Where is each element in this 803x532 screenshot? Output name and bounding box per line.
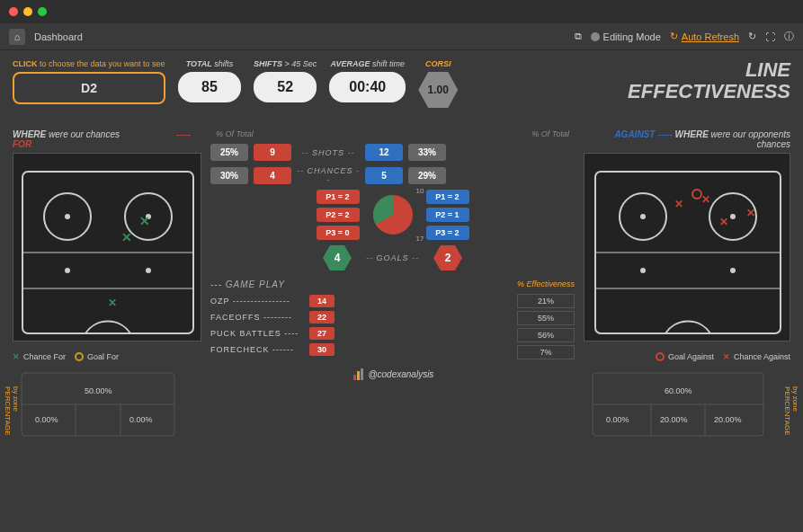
goals-against: 2 [433, 245, 462, 270]
dashboard-main: CLICK to choose the data you want to see… [0, 50, 803, 532]
chances-for-val: 4 [254, 167, 291, 184]
page-name: Dashboard [34, 31, 83, 42]
svg-text:60.00%: 60.00% [665, 386, 692, 395]
circle-icon [656, 352, 665, 361]
chances-for-pct: 30% [210, 167, 248, 184]
avg-shift-stat: AVERAGE shift time 00:40 [329, 59, 406, 102]
svg-text:0.00%: 0.00% [129, 415, 153, 424]
top-stats-row: CLICK to choose the data you want to see… [13, 59, 790, 122]
against-zone-chart: 60.00% 0.00% 20.00% 20.00% [584, 368, 772, 440]
svg-point-8 [146, 268, 151, 273]
against-periods: P1 = 2 P2 = 1 P3 = 2 [426, 190, 469, 240]
avg-shift-value: 00:40 [329, 72, 406, 102]
gp-row: FORECHECK ------30 [210, 343, 508, 356]
corsi-stat: CORSI 1.00 [418, 59, 458, 108]
goals-for: 4 [323, 245, 352, 270]
period-box: P3 = 0 [317, 226, 360, 240]
page-title: LINE EFFECTIVENESS [628, 59, 790, 102]
svg-text:✕: ✕ [746, 207, 755, 219]
effectiveness-value: 55% [517, 311, 575, 325]
long-shifts-stat: SHIFTS > 45 Sec 52 [254, 59, 317, 102]
for-zone-chart: 50.00% 0.00% 0.00% [13, 368, 183, 440]
period-box: P2 = 2 [317, 208, 360, 222]
period-box: P3 = 2 [426, 226, 469, 240]
against-legend: Goal Against ✕Chance Against [584, 352, 790, 361]
svg-text:50.00%: 50.00% [85, 386, 112, 395]
total-shifts-value: 85 [178, 72, 241, 102]
goal-against-label: Goal Against [668, 352, 714, 361]
svg-point-4 [65, 214, 70, 219]
svg-text:0.00%: 0.00% [606, 415, 629, 424]
svg-point-36 [692, 190, 701, 199]
expand-icon[interactable]: ⛶ [765, 31, 775, 42]
shots-row: 25% 9 -- SHOTS -- 12 33% [210, 144, 575, 161]
shots-for-pct: 25% [210, 144, 248, 161]
x-icon: ✕ [723, 352, 730, 361]
data-select-input[interactable]: D2 [13, 72, 165, 104]
period-box: P2 = 1 [426, 208, 469, 222]
window-titlebar [0, 0, 803, 23]
svg-rect-20 [353, 375, 356, 380]
period-box: P1 = 2 [317, 190, 360, 204]
app-header: ⌂ Dashboard ⧉ Editing Mode ↻ Auto Refres… [0, 23, 803, 50]
periods-section: P1 = 2 P2 = 2 P3 = 0 10 17 P1 = 2 P2 = 1… [210, 190, 575, 240]
gameplay-title: --- GAME PLAY [210, 279, 508, 289]
shots-against-pct: 33% [408, 144, 446, 161]
goals-row: 4 -- GOALS -- 2 [210, 245, 575, 270]
against-header: AGAINST ----- WHERE were our opponents c… [584, 129, 790, 149]
logo-icon [352, 368, 366, 382]
chances-against-pct: 29% [408, 167, 446, 184]
help-icon[interactable]: ⓘ [784, 30, 794, 43]
editing-mode-toggle[interactable]: Editing Mode [591, 31, 661, 42]
for-periods: P1 = 2 P2 = 2 P3 = 0 [317, 190, 360, 240]
goal-for-label: Goal For [87, 352, 119, 361]
svg-text:✕: ✕ [139, 214, 150, 228]
gp-row: PUCK BATTLES ----27 [210, 327, 508, 340]
gp-row: OZP ----------------14 [210, 295, 508, 307]
duplicate-icon[interactable]: ⧉ [575, 31, 582, 42]
shots-against-val: 12 [365, 144, 403, 161]
gameplay-section: --- GAME PLAY OZP ----------------14 FAC… [210, 279, 575, 362]
svg-point-31 [730, 268, 736, 273]
svg-text:20.00%: 20.00% [714, 415, 742, 424]
effectiveness-value: 21% [517, 294, 575, 308]
pie-label-top: 10 [416, 187, 424, 195]
for-legend: ✕Chance For Goal For [13, 352, 201, 361]
for-column: WHERE were our chances ----- FOR ✕ ✕ ✕ ✕… [13, 129, 201, 444]
period-box: P1 = 2 [426, 190, 469, 204]
pct-by-zone-label: PERCENTAGE by zone [783, 386, 799, 444]
close-window-icon[interactable] [9, 7, 18, 16]
shots-label: -- SHOTS -- [297, 148, 360, 157]
svg-point-7 [65, 268, 70, 273]
gp-row: FACEOFFS --------22 [210, 311, 508, 324]
svg-text:✕: ✕ [121, 230, 132, 244]
minimize-window-icon[interactable] [23, 7, 32, 16]
footer-credit: @codexanalysis [210, 368, 575, 382]
svg-text:✕: ✕ [108, 297, 117, 309]
against-rink-chart: ✕ ✕ ✕ ✕ [584, 153, 790, 341]
against-column: AGAINST ----- WHERE were our opponents c… [584, 129, 790, 444]
svg-text:✕: ✕ [674, 198, 683, 210]
effectiveness-value: 7% [517, 345, 575, 359]
rotate-icon[interactable]: ↻ [748, 31, 756, 42]
goals-label: -- GOALS -- [366, 253, 419, 262]
svg-point-29 [730, 214, 736, 219]
maximize-window-icon[interactable] [38, 7, 47, 16]
data-selector: CLICK to choose the data you want to see… [13, 59, 165, 104]
x-icon: ✕ [13, 352, 20, 361]
brand-icon[interactable]: ⌂ [9, 29, 25, 45]
chances-against-val: 5 [365, 167, 403, 184]
svg-text:20.00%: 20.00% [660, 415, 688, 424]
editing-mode-label: Editing Mode [603, 31, 661, 42]
toggle-icon [591, 32, 600, 41]
chance-against-label: Chance Against [734, 352, 790, 361]
effectiveness-value: 56% [517, 328, 575, 342]
long-shifts-value: 52 [254, 72, 317, 102]
svg-rect-22 [361, 368, 363, 380]
svg-text:✕: ✕ [719, 216, 728, 228]
chance-for-label: Chance For [23, 352, 66, 361]
svg-point-27 [640, 214, 646, 219]
auto-refresh-button[interactable]: ↻ Auto Refresh [670, 31, 739, 42]
goals-pie-chart: 10 17 [369, 191, 417, 239]
for-zone-pct: PERCENTAGE by zone 50.00% 0.00% 0.00% [13, 368, 201, 444]
